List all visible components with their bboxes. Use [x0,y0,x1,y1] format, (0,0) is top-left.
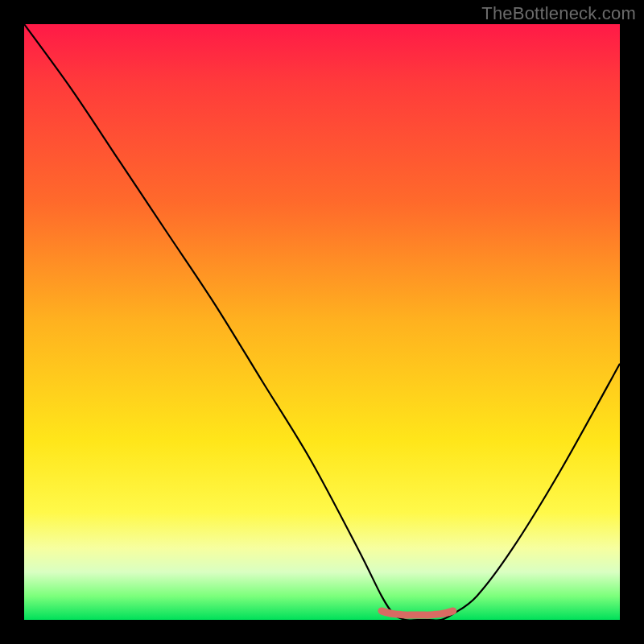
chart-svg [24,24,620,620]
plot-area [24,24,620,620]
bottleneck-curve [24,24,620,620]
chart-frame: TheBottleneck.com [0,0,644,644]
optimal-marker [382,611,453,615]
watermark-text: TheBottleneck.com [481,3,636,24]
